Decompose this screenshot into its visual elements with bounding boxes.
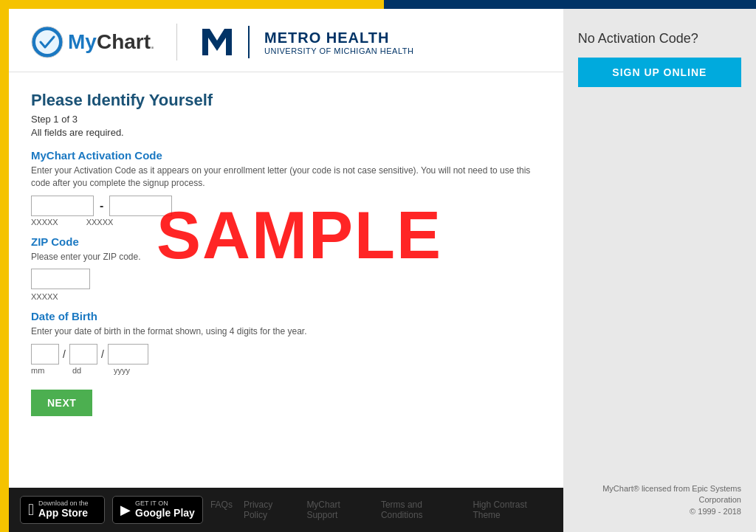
apple-icon:  <box>28 500 34 519</box>
activation-code-section: MyChart Activation Code Enter your Activ… <box>31 149 541 227</box>
metro-health-subtitle: UNIVERSITY OF MICHIGAN HEALTH <box>264 46 413 55</box>
metro-health-logo: METRO HEALTH UNIVERSITY OF MICHIGAN HEAL… <box>199 24 413 60</box>
google-play-small-text: GET IT ON <box>135 500 195 507</box>
activation-input-2[interactable] <box>109 196 172 216</box>
zip-code-desc: Please enter your ZIP code. <box>31 251 541 263</box>
dob-hint-dd: dd <box>72 366 100 375</box>
required-note: All fields are required. <box>31 127 541 138</box>
footer-link-terms[interactable]: Terms and Conditions <box>381 500 461 520</box>
google-play-icon: ▶ <box>120 502 131 518</box>
dob-row: / / <box>31 344 541 365</box>
sidebar-footer: MyChart® licensed from Epic Systems Corp… <box>563 483 741 517</box>
page-title: Please Identify Yourself <box>31 91 541 110</box>
app-store-small-text: Download on the <box>38 500 89 507</box>
google-play-large-text: Google Play <box>135 507 195 519</box>
dob-sep-1: / <box>63 348 66 360</box>
app-store-text: Download on the App Store <box>38 500 89 519</box>
activation-input-1[interactable] <box>31 196 94 216</box>
mychart-chart: Chart <box>97 30 151 53</box>
mychart-logo: MyChart. <box>31 26 154 58</box>
metro-logo-divider <box>248 26 250 58</box>
activation-separator: - <box>100 199 103 213</box>
google-play-badge[interactable]: ▶ GET IT ON Google Play <box>112 496 203 524</box>
dob-title: Date of Birth <box>31 310 541 322</box>
app-store-large-text: App Store <box>38 507 89 519</box>
activation-hint-1: XXXXX <box>31 218 58 227</box>
dob-input-yyyy[interactable] <box>108 344 148 365</box>
metro-m-logo <box>199 24 235 60</box>
metro-health-title: METRO HEALTH <box>264 30 413 46</box>
zip-hint: XXXXX <box>31 292 541 301</box>
sidebar-title: No Activation Code? <box>578 31 741 46</box>
svg-point-1 <box>35 30 59 54</box>
form-area: SAMPLE Please Identify Yourself Step 1 o… <box>9 72 563 488</box>
mychart-dot: . <box>151 37 154 52</box>
page-header: MyChart. METRO HEALTH UNIVERSITY OF MICH… <box>9 9 563 72</box>
footer-link-faqs[interactable]: FAQs <box>210 500 233 520</box>
metro-text: METRO HEALTH UNIVERSITY OF MICHIGAN HEAL… <box>264 30 413 55</box>
top-accent-bar-blue <box>384 0 756 9</box>
activation-code-row: - <box>31 196 541 216</box>
next-button[interactable]: NEXT <box>31 390 92 416</box>
activation-hint-2: XXXXX <box>86 218 114 227</box>
activation-code-desc: Enter your Activation Code as it appears… <box>31 165 541 190</box>
activation-code-hints: XXXXX XXXXX <box>31 218 541 227</box>
mychart-logo-text: MyChart. <box>68 30 154 54</box>
svg-marker-2 <box>202 29 232 55</box>
sidebar: No Activation Code? SIGN UP ONLINE MyCha… <box>563 9 756 532</box>
dob-hint-yyyy: yyyy <box>114 366 154 375</box>
app-store-badge[interactable]:  Download on the App Store <box>20 496 105 524</box>
header-divider <box>176 24 177 61</box>
footer-link-contrast[interactable]: High Contrast Theme <box>472 500 551 520</box>
left-accent-bar <box>0 0 9 532</box>
zip-code-title: ZIP Code <box>31 235 541 248</box>
dob-input-mm[interactable] <box>31 344 59 365</box>
dob-section: Date of Birth Enter your date of birth i… <box>31 310 541 375</box>
zip-input[interactable] <box>31 269 90 289</box>
step-info: Step 1 of 3 <box>31 114 541 125</box>
signup-online-button[interactable]: SIGN UP ONLINE <box>578 58 741 87</box>
dob-hints: mm dd yyyy <box>31 366 541 375</box>
dob-desc: Enter your date of birth in the format s… <box>31 325 541 338</box>
dob-hint-mm: mm <box>31 366 59 375</box>
dob-sep-2: / <box>101 348 104 360</box>
dob-input-dd[interactable] <box>69 344 97 365</box>
google-play-text: GET IT ON Google Play <box>135 500 195 519</box>
footer-link-support[interactable]: MyChart Support <box>306 500 370 520</box>
footer-link-privacy[interactable]: Privacy Policy <box>244 500 295 520</box>
sidebar-footer-line2: © 1999 - 2018 <box>563 506 741 517</box>
main-content-area: MyChart. METRO HEALTH UNIVERSITY OF MICH… <box>9 9 563 532</box>
zip-code-section: ZIP Code Please enter your ZIP code. XXX… <box>31 235 541 302</box>
mychart-logo-icon <box>31 26 63 58</box>
mychart-my: My <box>68 30 97 53</box>
page-footer:  Download on the App Store ▶ GET IT ON … <box>9 488 563 532</box>
footer-links: FAQs Privacy Policy MyChart Support Term… <box>210 500 552 520</box>
sidebar-footer-line1: MyChart® licensed from Epic Systems Corp… <box>563 483 741 506</box>
activation-code-title: MyChart Activation Code <box>31 149 541 162</box>
top-accent-bar-yellow <box>0 0 384 9</box>
